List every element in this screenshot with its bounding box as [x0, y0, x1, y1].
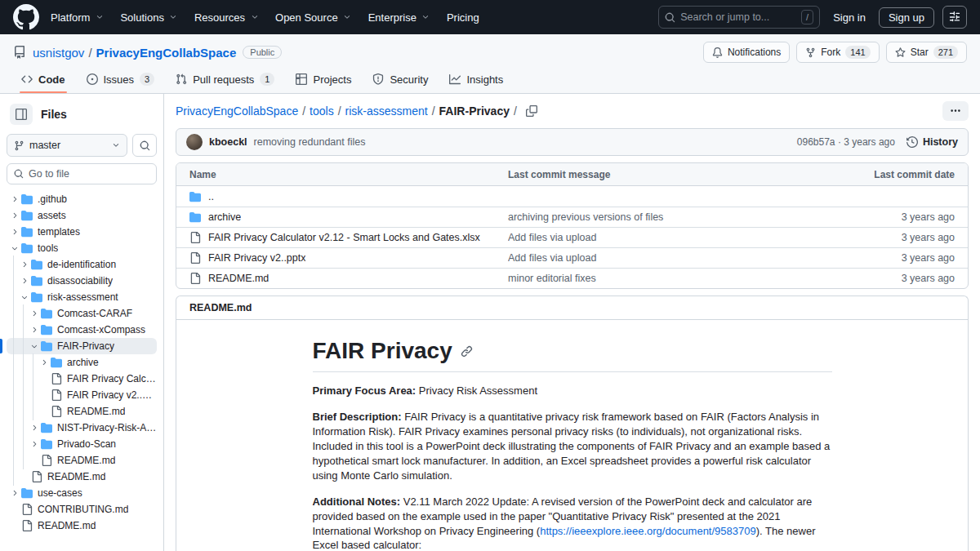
table-row-pptx[interactable]: FAIR Privacy v2..pptx Add files via uplo…	[176, 247, 968, 268]
sliders-icon	[949, 11, 960, 23]
search-icon	[14, 169, 24, 179]
chevron-right-icon	[38, 358, 50, 367]
search-input[interactable]: Search or jump to... /	[658, 6, 820, 29]
top-navigation: Platform Solutions Resources Open Source…	[0, 0, 980, 34]
repo-header: usnistgov / PrivacyEngCollabSpace Public…	[0, 34, 980, 94]
tree-item-readme-risk[interactable]: README.md	[7, 452, 157, 469]
readme-tab[interactable]: README.md	[176, 296, 968, 320]
readme-paragraph-notes: Additional Notes: V2.11 March 2022 Updat…	[313, 495, 832, 551]
tree-item-fair-privacy-pptx[interactable]: FAIR Privacy v2..pptx	[7, 387, 157, 403]
sign-in-link[interactable]: Sign in	[828, 8, 871, 27]
chevron-down-icon	[420, 13, 432, 21]
table-row-archive[interactable]: archive archiving previous versions of f…	[176, 207, 968, 227]
folder-icon	[50, 357, 63, 368]
readme-title: FAIR Privacy	[313, 338, 832, 372]
commit-message-link[interactable]: Add files via upload	[508, 232, 849, 243]
collapse-sidebar-button[interactable]	[10, 104, 33, 125]
breadcrumb-risk-assessment[interactable]: risk-assessment	[345, 104, 428, 118]
tree-item-github[interactable]: .github	[7, 191, 157, 207]
tree-item-readme-tools[interactable]: README.md	[7, 469, 157, 485]
breadcrumb-repo[interactable]: PrivacyEngCollabSpace	[176, 104, 298, 118]
tree-item-fair-privacy-calculator[interactable]: FAIR Privacy Calculator v2.12 - Smart Lo…	[7, 371, 157, 387]
chevron-right-icon	[18, 260, 30, 269]
table-row-parent-dir[interactable]: ..	[176, 186, 968, 207]
repo-owner-link[interactable]: usnistgov	[33, 46, 84, 60]
tab-projects[interactable]: Projects	[287, 67, 359, 93]
nav-resources[interactable]: Resources	[194, 11, 261, 24]
tab-issues[interactable]: Issues3	[78, 67, 163, 93]
nav-pricing[interactable]: Pricing	[447, 11, 479, 24]
tree-item-archive[interactable]: archive	[7, 354, 157, 371]
tree-item-readme-root[interactable]: README.md	[7, 518, 157, 534]
nav-open-source[interactable]: Open Source	[275, 11, 354, 24]
file-icon	[20, 520, 33, 531]
sign-up-button[interactable]: Sign up	[879, 7, 934, 28]
breadcrumb-current: FAIR-Privacy	[439, 104, 510, 118]
chevron-right-icon	[8, 211, 20, 220]
tree-item-privado-scan[interactable]: Privado-Scan	[7, 436, 157, 452]
history-button[interactable]: History	[906, 136, 958, 148]
commit-message-link[interactable]: archiving previous versions of files	[508, 211, 849, 223]
folder-open-icon	[20, 242, 33, 254]
tree-item-tools[interactable]: tools	[7, 240, 157, 256]
commit-message-link[interactable]: minor editorial fixes	[508, 273, 849, 284]
tree-item-contributing[interactable]: CONTRIBUTING.md	[7, 501, 157, 518]
commit-message-link[interactable]: removing redundant files	[254, 136, 366, 148]
commit-message-link[interactable]: Add files via upload	[508, 252, 849, 264]
copy-path-button[interactable]	[526, 105, 537, 117]
chevron-right-icon	[28, 326, 40, 334]
chevron-right-icon	[28, 424, 40, 432]
folder-icon	[20, 193, 33, 205]
tree-item-comcast-caraf[interactable]: Comcast-CARAF	[7, 305, 157, 322]
table-row-calculator-xlsx[interactable]: FAIR Privacy Calculator v2.12 - Smart Lo…	[176, 227, 968, 247]
tree-item-assets[interactable]: assets	[7, 207, 157, 224]
search-icon	[140, 140, 150, 151]
table-row-readme[interactable]: README.md minor editorial fixes 3 years …	[176, 268, 968, 288]
folder-open-icon	[30, 291, 43, 303]
folder-icon	[40, 308, 53, 319]
star-icon	[895, 47, 906, 58]
nav-enterprise[interactable]: Enterprise	[368, 11, 432, 24]
search-tree-button[interactable]	[132, 134, 157, 157]
notifications-button[interactable]: Notifications	[703, 42, 790, 63]
chevron-right-icon	[18, 277, 30, 285]
tab-security[interactable]: Security	[364, 67, 436, 93]
tree-item-nist-privacy-risk[interactable]: NIST-Privacy-Risk-Assessmen…	[7, 420, 157, 436]
breadcrumb-tools[interactable]: tools	[310, 104, 334, 118]
tab-code[interactable]: Code	[13, 67, 74, 93]
ieee-paper-link[interactable]: https://ieeexplore.ieee.org/document/958…	[540, 525, 756, 537]
fork-button[interactable]: Fork 141	[796, 42, 879, 63]
go-to-file-input[interactable]: Go to file	[7, 163, 157, 184]
file-icon	[50, 389, 63, 401]
tab-insights[interactable]: Insights	[441, 67, 511, 93]
star-button[interactable]: Star 271	[886, 42, 967, 63]
tree-item-readme-fair[interactable]: README.md	[7, 403, 157, 420]
chevron-down-icon	[93, 13, 105, 21]
tree-item-fair-privacy[interactable]: FAIR-Privacy	[7, 338, 157, 354]
tree-item-comcast-xcompass[interactable]: Comcast-xCompass	[7, 322, 157, 338]
folder-icon	[30, 275, 43, 287]
tree-item-disassociability[interactable]: disassociability	[7, 273, 157, 289]
more-options-button[interactable]	[942, 101, 969, 121]
github-logo-icon[interactable]	[13, 4, 39, 30]
commit-sha-and-time[interactable]: 096b57a · 3 years ago	[797, 136, 895, 148]
graph-icon	[449, 73, 461, 85]
chevron-down-icon	[8, 244, 20, 252]
pull-request-icon	[176, 73, 187, 85]
projects-icon	[296, 73, 307, 85]
tab-pull-requests[interactable]: Pull requests1	[167, 67, 283, 93]
avatar[interactable]	[186, 134, 203, 150]
tree-item-use-cases[interactable]: use-cases	[7, 485, 157, 501]
tree-item-templates[interactable]: templates	[7, 224, 157, 240]
nav-solutions[interactable]: Solutions	[120, 11, 179, 24]
branch-selector[interactable]: master	[7, 134, 127, 157]
nav-platform[interactable]: Platform	[51, 11, 105, 24]
tree-item-de-identification[interactable]: de-identification	[7, 256, 157, 273]
code-icon	[21, 73, 33, 85]
commit-author-link[interactable]: kboeckl	[209, 136, 247, 148]
file-icon	[189, 273, 201, 284]
appearance-settings-button[interactable]	[942, 6, 967, 29]
tree-item-risk-assessment[interactable]: risk-assessment	[7, 289, 157, 305]
repo-name-link[interactable]: PrivacyEngCollabSpace	[96, 46, 237, 60]
link-icon[interactable]	[461, 345, 473, 358]
